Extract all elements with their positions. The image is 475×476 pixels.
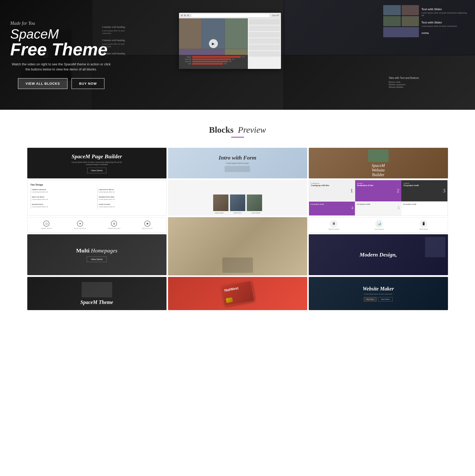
- hero-right-desc-2: Lorem ipsum dolor sit amet consectetur: [421, 25, 467, 28]
- chart-label-1: Design: [181, 56, 191, 58]
- mosaic-modern-design: Modern Design,: [309, 234, 448, 275]
- intro-form-input: [225, 166, 250, 172]
- hero-col-text-1: Columns with heading: [102, 26, 133, 28]
- service-label-3: Mobile Ready: [419, 228, 428, 230]
- mosaic-services: 🖥 Digital & Mobile 📊 Great Analytics 📱 M…: [309, 217, 448, 233]
- browser-img-1: [179, 18, 202, 49]
- thumb-4: [402, 16, 419, 26]
- website-maker-desc: Lorem ipsum dolor sit amet consectetur: [364, 293, 392, 295]
- design-item-5-desc: Lorem ipsum dolor sit: [32, 206, 48, 208]
- process-step-4: Get project result 4: [309, 202, 355, 215]
- sidebar-item-2: [249, 26, 280, 31]
- browser-mockup: SpaceM ▶ Design 77%: [179, 13, 281, 69]
- spacem-theme-title: SpaceM Theme: [80, 299, 113, 305]
- blocks-preview-section: Blocks Preview SpaceM Page Builder Lorem…: [0, 110, 475, 320]
- sidebar-item-4: [249, 38, 280, 44]
- service-label-2: Great Analytics: [375, 228, 384, 230]
- team-name-1: Agatha Spaids: [211, 212, 228, 214]
- design-item-4-title: MARKETING PRO: [99, 196, 162, 198]
- modern-design-img: [425, 237, 445, 257]
- icon-label-4: MEDIA SOCIAL: [142, 228, 153, 229]
- design-item-1-desc: Lorem ipsum dolor sit: [32, 191, 48, 193]
- hero-description: Watch the video on right to see the Spac…: [10, 62, 112, 72]
- multi-normal: Multi: [76, 247, 90, 254]
- play-button[interactable]: ▶: [209, 39, 218, 48]
- blocks-preview-title: Blocks Preview: [10, 125, 465, 135]
- thumb-2: [402, 5, 419, 15]
- icon-item-2: ✦ START THE BLOG: [74, 221, 86, 229]
- design-item-3: BEST OF BEST Lorem ipsum dolor sit: [31, 195, 96, 201]
- service-icon-1: 🖥: [330, 220, 338, 228]
- blocks-preview-underline: [231, 137, 244, 138]
- service-label-1: Digital & Mobile: [329, 228, 339, 230]
- chart-bar-1: [192, 56, 241, 58]
- our-design-grid: SIMPLE DESIGN Lorem ipsum dolor sit CREA…: [31, 188, 163, 209]
- process-title-6: Get project result: [403, 203, 446, 205]
- chart-val-4: 48%: [224, 63, 227, 65]
- sidebar-item-1: [249, 19, 280, 25]
- process-step-3: Launch Get project result 3: [401, 180, 447, 201]
- modern-design-title: Modern Design,: [360, 251, 397, 258]
- team-photo-1: [213, 194, 228, 211]
- mosaic-intro-form: Intro with Form Lorem ipsum dolor sit am…: [168, 148, 307, 178]
- design-item-2-desc: Lorem ipsum dolor sit: [99, 191, 115, 193]
- hero-right-item-1: Test with Slider Lorem ipsum dolor sit a…: [421, 8, 467, 17]
- blocks-title-italic: Preview: [238, 125, 266, 135]
- wb-title-2: Website: [372, 168, 385, 172]
- process-num-1: 1: [350, 187, 353, 194]
- process-title-5: Get project result: [357, 203, 400, 205]
- browser-sidebar: [248, 18, 281, 69]
- mosaic-spacem-page-builder: SpaceM Page Builder Lorem ipsum dolor si…: [27, 148, 166, 178]
- process-top: Coming up Coming up with idea 1 Realize …: [309, 180, 448, 201]
- mosaic-icons-row: ⬡ SIMPLE DESIGN ✦ START THE BLOG ② MARKE…: [27, 217, 166, 233]
- service-item-1: 🖥 Digital & Mobile: [329, 220, 339, 230]
- design-item-2: CREATIVE IDEAS Lorem ipsum dolor sit: [97, 188, 163, 194]
- chart-bar-4: [192, 63, 223, 65]
- browser-chart: Design 77% Front End 61% Back End 56%: [179, 55, 248, 69]
- design-item-3-title: BEST OF BEST: [32, 196, 95, 198]
- team-names-row: Agatha Spaids James Nixon Gloria Daniels: [211, 212, 264, 214]
- website-maker-buttons: Buy Now View Demo: [364, 297, 393, 301]
- design-item-3-desc: Lorem ipsum dolor sit: [32, 198, 48, 200]
- buy-now-button[interactable]: BUY NOW: [71, 78, 105, 89]
- hero-right-title-2: Text with Slider: [421, 21, 467, 24]
- hero-title: SpaceM Free Theme: [10, 27, 112, 58]
- sidebar-item-3: [249, 32, 280, 38]
- browser-main-content: ▶ Design 77% Front End 61% Back End: [179, 18, 248, 69]
- tabs-items: Button ready Mobile responsive Website B…: [389, 81, 419, 88]
- process-step-1: Coming up Coming up with idea 1: [309, 180, 355, 201]
- mosaic-natwest-card: NatWest: [168, 277, 307, 310]
- browser-bar: SpaceM: [179, 13, 281, 18]
- mosaic-office-photo: [168, 217, 307, 275]
- website-maker-buy-btn[interactable]: Buy Now: [364, 297, 377, 301]
- chart-label-3: Back End: [181, 61, 191, 62]
- browser-img-3: [225, 18, 248, 49]
- website-maker-demo-btn[interactable]: View Demo: [378, 297, 393, 301]
- tabs-item-1: Button ready: [389, 81, 419, 83]
- icon-item-1: ⬡ SIMPLE DESIGN: [41, 221, 52, 229]
- hero-right-item-2: Text with Slider Lorem ipsum dolor sit a…: [421, 21, 467, 28]
- service-item-2: 📊 Great Analytics: [375, 220, 384, 230]
- service-icon-3: 📱: [420, 220, 427, 228]
- hero-col-text-2: Columns with heading: [102, 39, 133, 42]
- icon-item-4: ❋ MEDIA SOCIAL: [142, 221, 153, 229]
- browser-body: ▶ Design 77% Front End 61% Back End: [179, 18, 281, 69]
- design-item-6-title: WEB STUDIO: [99, 203, 162, 205]
- blocks-title-normal: Blocks: [209, 125, 234, 135]
- hero-content: Made for You SpaceM Free Theme Watch the…: [10, 21, 112, 89]
- hero-title-free-theme: Free Theme: [10, 40, 108, 59]
- process-step-2: Realize Realization of idea 2: [355, 180, 401, 201]
- process-step-6: Get project result: [401, 202, 447, 215]
- design-item-1: SIMPLE DESIGN Lorem ipsum dolor sit: [31, 188, 96, 194]
- mosaic-team: Agatha Spaids James Nixon Gloria Daniels: [168, 180, 307, 216]
- chart-bar-3: [192, 61, 228, 62]
- chart-bar-2: [192, 58, 231, 60]
- mosaic-our-design: Our Design SIMPLE DESIGN Lorem ipsum dol…: [27, 180, 166, 216]
- wb-title-3: Builder: [372, 173, 384, 177]
- icon-4: ❋: [144, 221, 150, 227]
- view-all-blocks-button[interactable]: VIEW ALL BLOCKS: [18, 78, 68, 89]
- design-item-4: MARKETING PRO Lorem ipsum dolor sit: [97, 195, 163, 201]
- multi-homepages-btn[interactable]: View Demo: [87, 257, 107, 262]
- icon-label-1: SIMPLE DESIGN: [41, 228, 52, 229]
- spacem-builder-btn[interactable]: View Demo: [87, 168, 107, 173]
